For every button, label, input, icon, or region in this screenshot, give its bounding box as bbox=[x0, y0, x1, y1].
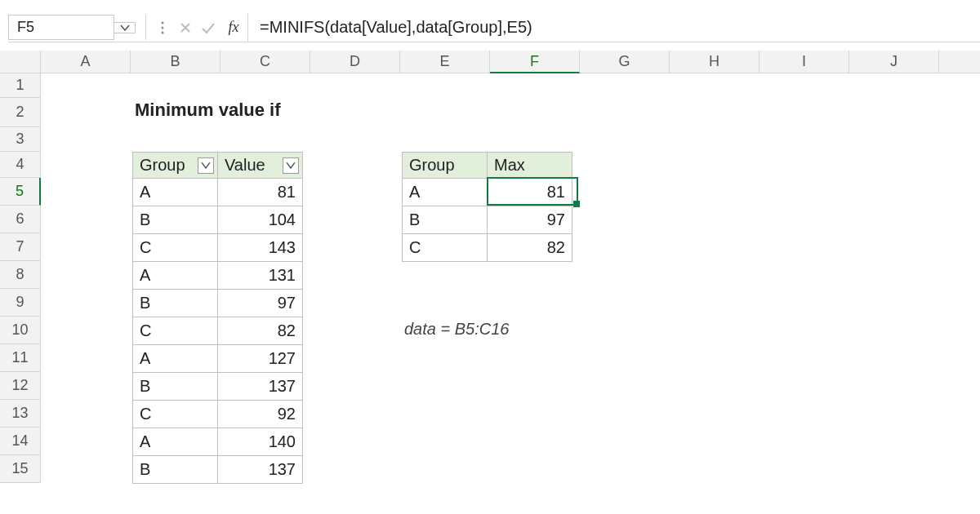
table-row[interactable]: B137 bbox=[133, 373, 303, 401]
cell-value[interactable]: 104 bbox=[218, 206, 303, 234]
row-header-8[interactable]: 8 bbox=[0, 261, 41, 289]
table-row[interactable]: A127 bbox=[133, 345, 303, 373]
cell-value[interactable]: 137 bbox=[218, 373, 303, 401]
cell[interactable] bbox=[41, 455, 131, 483]
cell[interactable] bbox=[310, 372, 400, 400]
cell-value[interactable]: 143 bbox=[218, 234, 303, 262]
cell[interactable] bbox=[849, 152, 939, 178]
cell[interactable] bbox=[41, 261, 131, 289]
cell-value[interactable]: 82 bbox=[218, 317, 303, 345]
cell[interactable] bbox=[580, 206, 670, 233]
cell[interactable] bbox=[580, 289, 670, 317]
cell[interactable] bbox=[670, 455, 760, 483]
cell[interactable] bbox=[400, 428, 490, 455]
cell[interactable] bbox=[670, 344, 760, 372]
row-header-3[interactable]: 3 bbox=[0, 127, 41, 152]
column-header-C[interactable]: C bbox=[220, 51, 310, 73]
cell[interactable] bbox=[760, 372, 849, 400]
cell[interactable] bbox=[580, 455, 670, 483]
table-row[interactable]: A81 bbox=[133, 179, 303, 206]
table-row[interactable]: A81 bbox=[403, 179, 572, 206]
cell[interactable] bbox=[490, 372, 580, 400]
cell[interactable] bbox=[490, 344, 580, 372]
cell[interactable] bbox=[490, 428, 580, 455]
cell[interactable] bbox=[849, 261, 939, 289]
cell[interactable] bbox=[939, 261, 980, 289]
filter-button-group[interactable] bbox=[198, 157, 214, 174]
cell[interactable] bbox=[670, 152, 760, 178]
cell[interactable] bbox=[400, 344, 490, 372]
cell[interactable] bbox=[41, 372, 131, 400]
cell[interactable] bbox=[310, 261, 400, 289]
cell-group[interactable]: B bbox=[133, 290, 218, 317]
row-header-9[interactable]: 9 bbox=[0, 289, 41, 317]
cell-group[interactable]: C bbox=[133, 234, 218, 262]
cell[interactable] bbox=[41, 317, 131, 344]
cell[interactable] bbox=[41, 178, 131, 206]
cell-max[interactable]: 82 bbox=[488, 234, 572, 262]
cell[interactable] bbox=[310, 73, 400, 98]
cell[interactable] bbox=[760, 152, 849, 178]
cell[interactable] bbox=[131, 127, 220, 152]
formula-input[interactable]: =MINIFS(data[Value],data[Group],E5) bbox=[247, 13, 980, 42]
data-header-group[interactable]: Group bbox=[133, 153, 218, 179]
cell-value[interactable]: 92 bbox=[218, 401, 303, 428]
cell-value[interactable]: 81 bbox=[218, 179, 303, 206]
cell[interactable] bbox=[400, 98, 490, 127]
enter-button[interactable] bbox=[197, 13, 220, 42]
cell[interactable] bbox=[580, 152, 670, 178]
table-row[interactable]: B97 bbox=[133, 290, 303, 317]
cell[interactable] bbox=[310, 400, 400, 428]
cell[interactable] bbox=[939, 372, 980, 400]
cell[interactable] bbox=[490, 261, 580, 289]
column-header-J[interactable]: J bbox=[849, 51, 939, 73]
cell-group[interactable]: A bbox=[133, 345, 218, 373]
cell[interactable] bbox=[580, 127, 670, 152]
cell[interactable] bbox=[310, 152, 400, 178]
cell[interactable] bbox=[849, 73, 939, 98]
row-header-6[interactable]: 6 bbox=[0, 206, 41, 233]
cell-value[interactable]: 131 bbox=[218, 262, 303, 290]
cell[interactable] bbox=[849, 372, 939, 400]
fx-button[interactable]: fx bbox=[220, 13, 247, 42]
cell[interactable] bbox=[849, 289, 939, 317]
cell[interactable] bbox=[490, 127, 580, 152]
cell[interactable] bbox=[670, 317, 760, 344]
cell[interactable] bbox=[41, 127, 131, 152]
table-row[interactable]: B104 bbox=[133, 206, 303, 234]
cell[interactable] bbox=[580, 233, 670, 261]
cell[interactable] bbox=[760, 233, 849, 261]
column-header-I[interactable]: I bbox=[760, 51, 849, 73]
cell[interactable] bbox=[670, 233, 760, 261]
cell[interactable] bbox=[939, 73, 980, 98]
row-header-15[interactable]: 15 bbox=[0, 455, 41, 483]
cell[interactable] bbox=[760, 344, 849, 372]
cell[interactable] bbox=[849, 127, 939, 152]
cell[interactable] bbox=[939, 206, 980, 233]
column-header-H[interactable]: H bbox=[670, 51, 760, 73]
cell[interactable] bbox=[760, 98, 849, 127]
cell[interactable] bbox=[580, 98, 670, 127]
table-row[interactable]: C82 bbox=[403, 234, 572, 262]
cell[interactable] bbox=[490, 400, 580, 428]
cell[interactable] bbox=[41, 152, 131, 178]
cell[interactable] bbox=[849, 178, 939, 206]
column-header-A[interactable]: A bbox=[41, 51, 131, 73]
cell-group[interactable]: A bbox=[133, 179, 218, 206]
cell[interactable] bbox=[760, 206, 849, 233]
cell[interactable] bbox=[490, 455, 580, 483]
cell[interactable] bbox=[939, 289, 980, 317]
cell[interactable] bbox=[400, 289, 490, 317]
cell[interactable] bbox=[670, 261, 760, 289]
cell[interactable] bbox=[760, 455, 849, 483]
row-header-7[interactable]: 7 bbox=[0, 233, 41, 261]
cell[interactable] bbox=[939, 400, 980, 428]
table-row[interactable]: B137 bbox=[133, 456, 303, 484]
cell-max[interactable]: 97 bbox=[488, 206, 572, 234]
cell[interactable] bbox=[670, 178, 760, 206]
cell[interactable] bbox=[760, 261, 849, 289]
menu-dots-button[interactable] bbox=[151, 13, 174, 42]
cell[interactable] bbox=[670, 127, 760, 152]
cell[interactable] bbox=[580, 261, 670, 289]
row-header-4[interactable]: 4 bbox=[0, 152, 41, 178]
